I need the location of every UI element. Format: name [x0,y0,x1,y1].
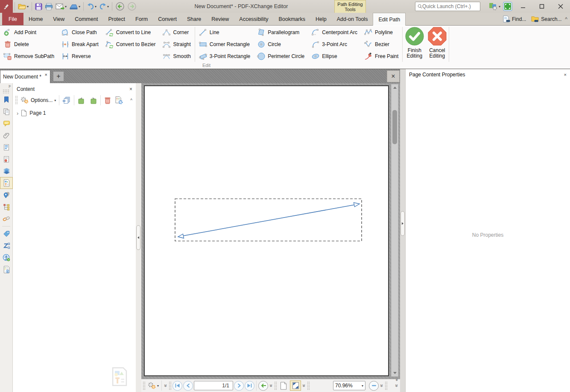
minimize-button[interactable] [514,0,532,13]
statusbar-collapse-icon[interactable]: » [395,379,400,381]
redo-button[interactable]: ▾ [98,1,110,12]
circle-button[interactable]: Circle [254,38,307,50]
three-point-arc-button[interactable]: 3-Point Arc [309,38,360,50]
previous-view-button-status[interactable] [258,381,268,391]
corner-rectangle-button[interactable]: Corner Rectangle [196,38,253,50]
smooth-button[interactable]: Smooth [160,50,193,62]
sidebar-item-bookmarks[interactable] [0,93,13,105]
right-splitter-handle[interactable] [400,211,405,236]
more-tools-icon[interactable]: » [268,383,274,388]
sidebar-item-order[interactable] [0,240,13,252]
page-fit-mode-button[interactable] [290,380,301,391]
parallelogram-button[interactable]: Parallelogram [254,26,307,38]
tab-edit-path[interactable]: Edit Path [373,13,406,26]
collapse-ribbon-icon[interactable]: ^ [565,16,567,22]
collapse-panel-icon[interactable]: |< [0,83,12,89]
tab-file[interactable]: File [2,13,23,25]
more-tools-icon[interactable]: » [379,383,385,388]
right-splitter[interactable] [400,69,405,392]
first-page-button[interactable] [172,381,182,391]
left-splitter[interactable] [136,83,141,392]
polyline-button[interactable]: Polyline [362,26,401,38]
tab-accessibility[interactable]: Accessibility [234,13,273,25]
email-button[interactable]: ▾ [54,1,68,12]
tab-addon-tools[interactable]: Add-on Tools [332,13,373,25]
free-paint-button[interactable]: Free Paint [362,50,401,62]
sidebar-item-layers[interactable] [0,165,13,177]
sidebar-item-signatures[interactable] [0,153,13,165]
toolbar-overflow-icon[interactable]: ^ [130,98,134,103]
scroll-up-button[interactable] [392,84,398,91]
more-tools-icon[interactable]: » [394,383,400,388]
more-tools-icon[interactable]: » [301,383,307,388]
page-layout-default-button[interactable] [278,380,289,391]
zoom-level-combo[interactable]: 70.96% ▾ [333,381,365,390]
document-tab-active[interactable]: New Document * × [0,70,50,83]
sidebar-item-links[interactable] [0,213,13,225]
close-document-button[interactable]: × [387,70,400,82]
collapse-all-button[interactable] [61,96,72,105]
tab-bookmarks[interactable]: Bookmarks [273,13,310,25]
sidebar-item-comments[interactable] [0,117,13,129]
delete-button[interactable]: Delete [1,38,57,50]
tab-comment[interactable]: Comment [70,13,103,25]
tab-home[interactable]: Home [23,13,48,25]
cancel-editing-button[interactable]: Cancel Editing [426,26,448,62]
statusbar-grip[interactable] [385,381,388,390]
tab-form[interactable]: Form [130,13,153,25]
sidebar-item-attachments[interactable] [0,129,13,141]
perimeter-circle-button[interactable]: Perimeter Circle [254,50,307,62]
new-tab-button[interactable]: + [53,71,64,81]
toolbar-grip[interactable] [15,96,18,105]
panel-grip[interactable] [3,89,10,93]
statusbar-grip[interactable] [169,381,172,390]
undo-button[interactable]: ▾ [85,1,98,12]
tab-help[interactable]: Help [310,13,332,25]
tab-review[interactable]: Review [206,13,234,25]
sidebar-item-accessibility-report[interactable] [0,264,13,276]
maximize-button[interactable] [532,0,551,13]
remove-subpath-button[interactable]: Remove SubPath [1,50,57,62]
tab-convert[interactable]: Convert [153,13,182,25]
ellipse-button[interactable]: Ellipse [309,50,360,62]
sidebar-item-content[interactable] [0,177,13,189]
scan-button[interactable]: ▾ [68,1,82,12]
print-button[interactable] [44,1,54,12]
sidebar-item-thumbnails[interactable] [0,105,13,117]
close-content-panel-icon[interactable]: × [129,86,132,92]
delete-content-button[interactable] [103,96,112,105]
tab-share[interactable]: Share [182,13,206,25]
app-icon[interactable] [0,0,13,13]
tree-expander-icon[interactable]: › [17,110,18,116]
line-button[interactable]: Line [196,26,253,38]
content-properties-button[interactable] [114,95,124,105]
status-options-button[interactable]: ▾ [146,380,160,391]
reverse-button[interactable]: Reverse [58,50,101,62]
centerpoint-arc-button[interactable]: Centerpoint Arc [309,26,360,38]
vertical-scrollbar[interactable] [391,84,398,377]
document-canvas[interactable] [141,83,400,379]
more-tools-icon[interactable]: » [163,383,169,388]
left-splitter-handle[interactable] [136,225,140,250]
statusbar-grip[interactable] [307,381,310,390]
tree-item-page1[interactable]: Page 1 [29,110,46,116]
sidebar-item-structure[interactable] [0,201,13,213]
sidebar-item-destinations[interactable] [0,189,13,201]
page-number-box[interactable]: 1/1 [194,381,233,390]
search-button[interactable]: Search... [529,15,563,23]
customize-ui-button[interactable]: ▾ [488,1,502,12]
export-content-button[interactable] [76,96,87,105]
bezier-button[interactable]: Bezier [362,38,401,50]
close-window-button[interactable] [551,0,570,13]
statusbar-grip[interactable] [274,381,277,390]
previous-view-button[interactable] [114,1,126,12]
import-content-button[interactable] [88,96,98,105]
tab-protect[interactable]: Protect [103,13,130,25]
convert-to-line-button[interactable]: Convert to Line [103,26,158,38]
next-view-button[interactable] [126,1,138,12]
scrollbar-thumb[interactable] [392,110,397,144]
straight-button[interactable]: Straight [160,38,193,50]
open-button[interactable]: ▾ [17,1,30,12]
convert-to-bezier-button[interactable]: Convert to Bezier [103,38,158,50]
three-point-rectangle-button[interactable]: 3-Point Rectangle [196,50,253,62]
